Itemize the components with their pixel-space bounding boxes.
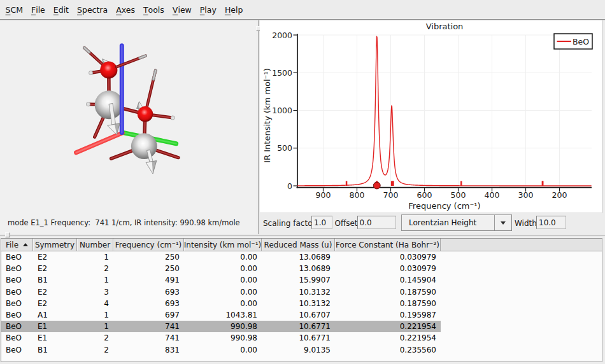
table-row[interactable]: BeOE212500.0013.06890.030979 [1,251,441,263]
column-header-reduced-mass-u[interactable]: Reduced Mass (u) [262,239,335,251]
modes-table-header: FileSymmetryNumberFrequency (cm⁻¹)Intens… [1,239,602,251]
cell: BeO [1,263,33,274]
molecule-3d-view[interactable] [0,20,257,215]
table-row[interactable]: BeOE246930.0010.31320.187590 [1,298,441,309]
column-header-force-constant-ha-bohr[interactable]: Force Constant (Ha Bohr⁻²) [335,239,441,251]
width-input[interactable] [536,216,566,229]
cell: BeO [1,251,33,263]
column-header-number[interactable]: Number [77,239,113,251]
cell: 0.235560 [335,344,441,356]
cell: 0.187590 [335,286,441,298]
combobox-dropdown-button[interactable] [495,215,511,230]
cell: BeO [1,298,33,309]
modes-table[interactable]: FileSymmetryNumberFrequency (cm⁻¹)Intens… [1,238,602,362]
cell: B1 [33,274,77,286]
menu-item-axes[interactable]: Axes [112,0,139,19]
cell: 0.00 [184,263,262,274]
cell: 697 [113,309,184,321]
y-tick-label: 2000 [272,31,292,40]
cell: 13.0689 [262,263,335,274]
cell: 10.3132 [262,298,335,309]
cell: 0.221954 [335,332,441,344]
vertical-splitter-line [258,20,259,234]
table-row[interactable]: BeOA116971043.8110.67070.195987 [1,309,441,321]
cell: BeO [1,332,33,344]
cell: 0.145904 [335,274,441,286]
y-tick-label: 1000 [272,106,292,115]
molecule-viewer-panel[interactable]: mode E1_1 Frequency: 741 1/cm, IR intens… [0,20,257,234]
cell: 0.221954 [335,321,441,332]
cell: BeO [1,321,33,332]
cell: BeO [1,309,33,321]
spectrum-chart-panel[interactable]: 9008007006005004003002000500100015002000… [260,20,602,213]
cell: 10.6707 [262,309,335,321]
cell: E2 [33,298,77,309]
column-header-intensity-km-mol[interactable]: Intensity (km mol⁻¹) [184,239,262,251]
cell: 741 [113,321,184,332]
cell: 0.00 [184,251,262,263]
cell: 741 [113,332,184,344]
cell: 0.00 [184,274,262,286]
menu-item-view[interactable]: View [168,0,196,19]
menu-item-file[interactable]: File [27,0,49,19]
menu-item-scm[interactable]: SCM [1,0,27,19]
scaling-factor-input[interactable] [311,216,332,229]
cell: 491 [113,274,184,286]
lineshape-combobox-value: Lorentzian Height [402,218,494,227]
x-tick-label: 200 [552,190,567,200]
column-header-filler [441,239,602,251]
menu-item-help[interactable]: Help [220,0,247,19]
cell: E2 [33,251,77,263]
cell: BeO [1,274,33,286]
cell: 990.98 [184,321,262,332]
column-header-frequency-cm[interactable]: Frequency (cm⁻¹) [113,239,184,251]
cell: 1 [77,309,113,321]
menu-item-edit[interactable]: Edit [49,0,73,19]
menubar: SCMFileEditSpectraAxesToolsViewPlayHelp [0,0,605,19]
atom-Be [131,133,157,159]
table-row[interactable]: BeOE236930.0010.31320.187590 [1,286,441,298]
vibration-spectrum-chart[interactable]: 9008007006005004003002000500100015002000… [260,20,602,213]
cell: 693 [113,286,184,298]
cell: 0.030979 [335,251,441,263]
table-row[interactable]: BeOB128310.009.01350.235560 [1,344,441,356]
chart-gridlines [297,35,592,186]
cell: 2 [77,332,113,344]
cell: 9.0135 [262,344,335,356]
menu-item-tools[interactable]: Tools [139,0,168,19]
cell: A1 [33,309,77,321]
x-tick-label: 700 [383,190,399,200]
table-row-selected[interactable]: BeOE11741990.9810.67710.221954 [1,321,441,332]
x-tick-label: 600 [417,190,432,200]
cell: E2 [33,263,77,274]
legend-label: BeO [573,37,589,46]
menu-item-spectra[interactable]: Spectra [73,0,112,19]
y-tick-label: 500 [277,143,292,153]
cell: E1 [33,332,77,344]
cell: 10.6771 [262,321,335,332]
x-tick-label: 900 [316,190,331,200]
lineshape-combobox[interactable]: Lorentzian Height [401,214,512,231]
table-row[interactable]: BeOE222500.0013.06890.030979 [1,263,441,274]
offset-input[interactable] [357,216,396,229]
x-tick-label: 300 [518,190,534,200]
atom-O [138,106,153,122]
cell: 10.6771 [262,332,335,344]
column-header-file[interactable]: File [1,239,33,251]
cell: 0.00 [184,344,262,356]
cell: 2 [77,344,113,356]
cell: 15.9907 [262,274,335,286]
table-row[interactable]: BeOE12741990.9810.67710.221954 [1,332,441,344]
cell: 250 [113,251,184,263]
table-row[interactable]: BeOB114910.0015.99070.145904 [1,274,441,286]
x-tick-label: 400 [485,190,500,200]
spectrum-curve [297,36,592,186]
chart-legend: BeO [554,34,592,49]
cell: 2 [77,263,113,274]
horizontal-splitter-handle[interactable] [5,232,10,237]
menu-item-play[interactable]: Play [196,0,220,19]
y-tick-label: 0 [287,181,292,191]
cell: E1 [33,321,77,332]
cell: 1043.81 [184,309,262,321]
column-header-symmetry[interactable]: Symmetry [33,239,77,251]
